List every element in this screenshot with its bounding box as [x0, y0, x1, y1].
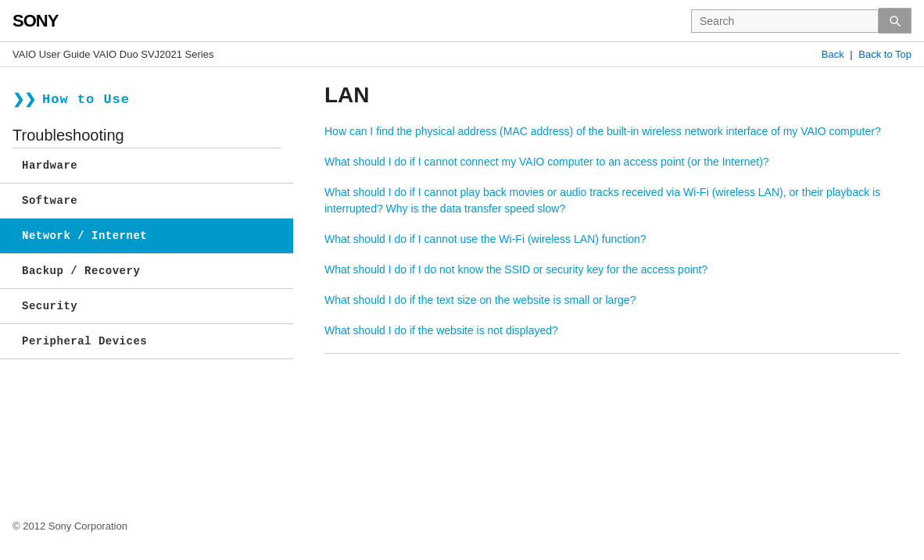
sidebar-item-software[interactable]: Software	[0, 184, 293, 219]
guide-title: VAIO User Guide VAIO Duo SVJ2021 Series	[13, 48, 213, 60]
breadcrumb-nav: Back | Back to Top	[822, 48, 911, 60]
content-link-7[interactable]: What should I do if the website is not d…	[324, 323, 901, 339]
search-button[interactable]	[879, 8, 911, 34]
sidebar-item-security[interactable]: Security	[0, 289, 293, 324]
breadcrumb-bar: VAIO User Guide VAIO Duo SVJ2021 Series …	[0, 42, 924, 67]
search-area	[691, 8, 911, 34]
sidebar-item-hardware[interactable]: Hardware	[0, 148, 293, 184]
sidebar-item-network-internet-label: Network / Internet	[22, 230, 147, 242]
how-to-use-section[interactable]: ❯❯ How to Use	[0, 83, 293, 120]
content-bottom-divider	[324, 353, 901, 354]
sidebar-item-peripheral-devices-label: Peripheral Devices	[22, 335, 147, 348]
back-to-top-link[interactable]: Back to Top	[858, 48, 911, 60]
sidebar-item-peripheral-devices[interactable]: Peripheral Devices	[0, 324, 293, 359]
content-link-2[interactable]: What should I do if I cannot connect my …	[324, 154, 901, 170]
troubleshooting-header: Troubleshooting	[0, 120, 293, 148]
footer: © 2012 Sony Corporation	[0, 505, 924, 548]
copyright-text: © 2012 Sony Corporation	[13, 520, 127, 532]
sidebar-item-backup-recovery-label: Backup / Recovery	[22, 265, 140, 277]
page-title: LAN	[324, 83, 901, 108]
search-icon	[889, 15, 901, 27]
back-link[interactable]: Back	[822, 48, 844, 60]
breadcrumb-separator: |	[850, 48, 852, 60]
content-link-1[interactable]: How can I find the physical address (MAC…	[324, 123, 901, 140]
svg-point-0	[890, 16, 897, 23]
content-link-4[interactable]: What should I do if I cannot use the Wi-…	[324, 231, 901, 248]
sidebar-item-network-internet[interactable]: Network / Internet	[0, 219, 293, 254]
chevron-right-icon: ❯❯	[13, 91, 36, 108]
sidebar-item-software-label: Software	[22, 194, 77, 207]
content-link-5[interactable]: What should I do if I do not know the SS…	[324, 262, 901, 278]
sidebar-item-backup-recovery[interactable]: Backup / Recovery	[0, 254, 293, 289]
content-link-6[interactable]: What should I do if the text size on the…	[324, 292, 901, 309]
content-area: LAN How can I find the physical address …	[293, 67, 924, 505]
content-link-3[interactable]: What should I do if I cannot play back m…	[324, 184, 901, 217]
search-input[interactable]	[691, 9, 879, 33]
sidebar-item-security-label: Security	[22, 300, 77, 312]
main-layout: ❯❯ How to Use Troubleshooting Hardware S…	[0, 67, 924, 505]
how-to-use-label: How to Use	[42, 92, 130, 107]
svg-line-1	[897, 23, 901, 27]
sidebar-item-hardware-label: Hardware	[22, 159, 77, 172]
header: SONY	[0, 0, 924, 42]
sidebar: ❯❯ How to Use Troubleshooting Hardware S…	[0, 67, 293, 505]
sony-logo: SONY	[13, 11, 58, 31]
